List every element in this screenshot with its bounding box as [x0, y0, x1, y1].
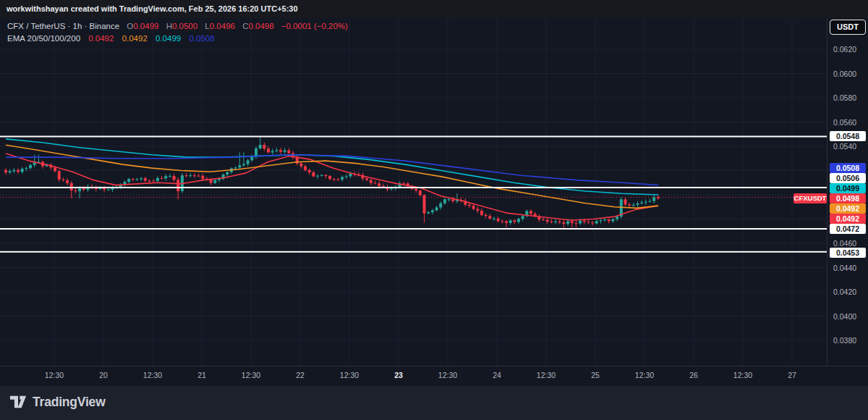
chart-pane[interactable]	[0, 18, 827, 366]
candle-body	[644, 202, 647, 203]
candle-body	[29, 165, 32, 168]
candle-body	[566, 222, 569, 224]
ema20-value: 0.0492	[88, 34, 114, 43]
candle-body	[247, 160, 250, 164]
candle-body	[287, 151, 290, 154]
candle-body	[324, 175, 327, 176]
candle-body	[595, 221, 598, 223]
candle-body	[517, 219, 520, 222]
symbol-legend-row[interactable]: CFX / TetherUS · 1h · Binance O0.0499 H0…	[7, 20, 348, 33]
candle-body	[427, 212, 430, 214]
price-chart[interactable]	[0, 0, 868, 420]
candle-body	[316, 176, 319, 177]
chart-legend: CFX / TetherUS · 1h · Binance O0.0499 H0…	[7, 20, 348, 45]
candle-body	[136, 179, 139, 180]
open-label: O	[127, 22, 133, 30]
price-tick: 0.0580	[833, 93, 867, 102]
candle-body	[320, 175, 323, 176]
candle-body	[632, 205, 635, 206]
ema200-value: 0.0508	[189, 34, 214, 43]
candle-body	[522, 216, 524, 219]
candle-body	[390, 188, 393, 189]
candle-body	[579, 221, 582, 224]
time-label: 12:30	[143, 371, 162, 379]
candle-body	[649, 201, 652, 202]
candle-body	[431, 210, 434, 212]
tradingview-logo[interactable]: TradingView	[9, 393, 106, 411]
candle-body	[513, 220, 516, 222]
currency-unit-button[interactable]: USDT	[830, 20, 866, 35]
candle-body	[132, 179, 135, 180]
footer-bar: TradingView	[0, 386, 868, 420]
price-line-symbol-tag: CFXUSDT	[793, 193, 827, 203]
candle-body	[628, 204, 631, 205]
candle-body	[238, 165, 241, 167]
candle-body	[299, 164, 302, 167]
candle-body	[161, 178, 163, 179]
time-label: 24	[493, 371, 501, 379]
symbol-title: CFX / TetherUS · 1h · Binance	[7, 22, 119, 30]
candle-body	[21, 169, 24, 172]
candle-body	[587, 222, 590, 222]
candle-body	[439, 203, 442, 208]
candle-body	[148, 181, 151, 182]
candle-body	[58, 171, 61, 180]
ema-legend-row[interactable]: EMA 20/50/100/200 0.0492 0.0492 0.0499 0…	[7, 33, 348, 45]
candle-body	[493, 219, 495, 219]
price-tick: 0.0400	[833, 312, 867, 321]
candle-body	[308, 170, 311, 172]
candle-body	[271, 151, 274, 153]
candle-body	[546, 220, 549, 222]
candle-body	[156, 178, 159, 181]
candle-body	[164, 176, 167, 178]
candle-body	[17, 170, 20, 172]
time-label: 23	[394, 371, 403, 379]
ema50-value: 0.0492	[122, 34, 148, 43]
price-tick: 0.0620	[833, 45, 867, 54]
price-label-box: 0.0506	[830, 173, 866, 183]
time-label: 12:30	[438, 371, 457, 379]
candle-body	[54, 167, 56, 171]
candle-body	[574, 223, 577, 224]
candle-body	[599, 220, 602, 221]
candle-body	[226, 172, 229, 175]
candle-body	[542, 219, 545, 220]
candle-body	[201, 176, 204, 179]
time-label: 12:30	[537, 371, 556, 379]
horizontal-level-lines[interactable]	[0, 137, 827, 252]
candle-body	[373, 183, 376, 184]
candle-body	[213, 180, 216, 183]
price-tick: 0.0600	[833, 70, 867, 78]
candle-body	[70, 183, 73, 190]
candle-body	[529, 211, 532, 214]
candle-body	[12, 170, 15, 172]
price-tick: 0.0560	[833, 118, 867, 127]
candle-body	[640, 203, 643, 203]
candle-body	[284, 151, 286, 152]
time-axis[interactable]: 12:302012:302112:302212:302312:302412:30…	[0, 366, 827, 386]
time-label: 21	[197, 371, 206, 379]
time-label: 12:30	[45, 371, 64, 379]
candle-body	[485, 215, 488, 216]
candle-body	[476, 209, 479, 211]
price-label-box: 0.0498	[830, 193, 866, 203]
candle-body	[185, 175, 188, 176]
candle-body	[443, 199, 446, 203]
candle-body	[501, 221, 503, 222]
price-label-box: 0.0492	[830, 214, 866, 224]
candle-body	[608, 219, 610, 221]
candle-body	[423, 195, 426, 213]
candle-body	[591, 222, 594, 223]
candle-body	[173, 176, 176, 180]
candle-body	[267, 148, 270, 152]
price-axis[interactable]: 0.06200.06000.05800.05600.05400.04600.04…	[827, 18, 868, 366]
price-tick: 0.0420	[833, 287, 867, 296]
candle-body	[435, 207, 438, 210]
time-label: 22	[296, 371, 305, 379]
candle-body	[250, 156, 253, 160]
time-label: 12:30	[635, 371, 654, 379]
low-value: 0.0496	[210, 22, 235, 30]
candle-body	[616, 217, 618, 219]
candle-body	[558, 222, 561, 222]
price-label-box: 0.0492	[830, 203, 866, 214]
